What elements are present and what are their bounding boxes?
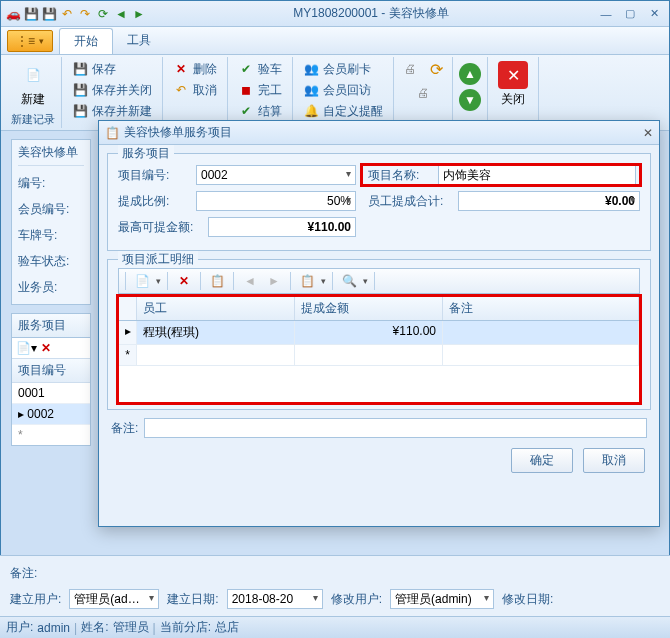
- status-bar: 用户:admin | 姓名:管理员 | 当前分店:总店: [0, 616, 670, 638]
- col-amt: 提成金额: [295, 297, 443, 320]
- cu-label: 建立用户:: [10, 591, 61, 608]
- member-label: 会员编号:: [18, 201, 74, 218]
- col-rem: 备注: [443, 297, 639, 320]
- svc-legend: 服务项目: [118, 145, 174, 162]
- save-new-button[interactable]: 💾保存并新建: [68, 101, 156, 121]
- close-icon: ✕: [498, 61, 528, 89]
- next-icon[interactable]: ►: [131, 6, 147, 22]
- mu-field[interactable]: 管理员(admin): [390, 589, 494, 609]
- print-icon[interactable]: 🖨: [400, 59, 420, 79]
- proj-name-field[interactable]: 内饰美容: [438, 165, 636, 185]
- proj-name-label: 项目名称:: [368, 167, 432, 184]
- visit-icon: 👥: [303, 82, 319, 98]
- tab-start[interactable]: 开始: [59, 28, 113, 54]
- refresh-icon[interactable]: ⟳: [426, 59, 446, 79]
- save-icon[interactable]: 💾: [23, 6, 39, 22]
- delete-row-icon[interactable]: ✕: [174, 271, 194, 291]
- bz-label: 备注:: [111, 420, 138, 437]
- refresh-icon[interactable]: ⟳: [95, 6, 111, 22]
- bell-icon: 🔔: [303, 103, 319, 119]
- member-card-button[interactable]: 👥会员刷卡: [299, 59, 387, 79]
- finish-icon: ◼: [238, 82, 254, 98]
- bz-label: 备注:: [10, 565, 37, 582]
- dialog-close-icon[interactable]: ✕: [643, 126, 653, 140]
- service-item-dialog: 📋 美容快修单服务项目 ✕ 服务项目 项目编号: 0002 项目名称: 内饰美容…: [98, 120, 660, 527]
- save-button[interactable]: 💾保存: [68, 59, 156, 79]
- search-icon[interactable]: 🔍: [339, 271, 359, 291]
- settle-button[interactable]: ✔结算: [234, 101, 286, 121]
- table-row[interactable]: ▸ 程琪(程琪) ¥110.00: [119, 321, 639, 345]
- cancel-button[interactable]: 取消: [583, 448, 645, 473]
- dialog-icon: 📋: [105, 126, 120, 140]
- finish-button[interactable]: ◼完工: [234, 80, 286, 100]
- inspect-button[interactable]: ✔验车: [234, 59, 286, 79]
- delete-button[interactable]: ✕删除: [169, 59, 221, 79]
- ok-button[interactable]: 确定: [511, 448, 573, 473]
- redo-icon[interactable]: ↷: [77, 6, 93, 22]
- window-title: MY1808200001 - 美容快修单: [147, 5, 595, 22]
- cd-label: 建立日期:: [167, 591, 218, 608]
- maximize-icon[interactable]: ▢: [619, 6, 641, 22]
- group-new-label: 新建记录: [11, 112, 55, 127]
- prev-icon[interactable]: ◄: [113, 6, 129, 22]
- plate-label: 车牌号:: [18, 227, 74, 244]
- new-button[interactable]: 📄 新建: [13, 59, 53, 110]
- preview-icon[interactable]: 🖨: [413, 83, 433, 103]
- new-row-icon[interactable]: 📄▾: [16, 341, 37, 355]
- undo-icon[interactable]: ↶: [59, 6, 75, 22]
- settle-icon: ✔: [238, 103, 254, 119]
- emp-total-field[interactable]: ¥0.00: [458, 191, 640, 211]
- check-icon: ✔: [238, 61, 254, 77]
- detail-legend: 项目派工明细: [118, 251, 198, 268]
- member-visit-button[interactable]: 👥会员回访: [299, 80, 387, 100]
- bz-field[interactable]: [144, 418, 647, 438]
- copy-icon[interactable]: 📋: [207, 271, 227, 291]
- list-item[interactable]: 0001: [12, 383, 90, 404]
- paste-icon[interactable]: 📋: [297, 271, 317, 291]
- detail-toolbar: 📄▾ ✕ 📋 ◄ ► 📋▾ 🔍▾: [118, 268, 640, 294]
- biz-label: 业务员:: [18, 279, 74, 296]
- save-close-icon[interactable]: 💾: [41, 6, 57, 22]
- cancel-button[interactable]: ↶取消: [169, 80, 221, 100]
- list-item[interactable]: ▸ 0002: [12, 404, 90, 425]
- max-label: 最高可提金额:: [118, 219, 202, 236]
- nav-next-icon[interactable]: ►: [264, 271, 284, 291]
- del-row-icon[interactable]: ✕: [41, 341, 51, 355]
- app-icon: 🚗: [5, 6, 21, 22]
- custom-remind-button[interactable]: 🔔自定义提醒: [299, 101, 387, 121]
- new-icon: 📄: [17, 61, 49, 89]
- delete-icon: ✕: [173, 61, 189, 77]
- emp-total-label: 员工提成合计:: [368, 193, 452, 210]
- panel-title: 美容快修单: [18, 144, 84, 166]
- close-button[interactable]: ✕ 关闭: [494, 59, 532, 110]
- rate-label: 提成比例:: [118, 193, 190, 210]
- cu-field[interactable]: 管理员(ad…: [69, 589, 159, 609]
- num-label: 编号:: [18, 175, 74, 192]
- max-field: ¥110.00: [208, 217, 356, 237]
- table-row-new[interactable]: *: [119, 345, 639, 366]
- menu-bar: ⋮≡▾ 开始 工具: [1, 27, 669, 55]
- rate-field[interactable]: 50%: [196, 191, 356, 211]
- detail-grid[interactable]: 员工 提成金额 备注 ▸ 程琪(程琪) ¥110.00 *: [118, 296, 640, 403]
- cd-field[interactable]: 2018-08-20: [227, 589, 323, 609]
- save-new-icon: 💾: [72, 103, 88, 119]
- inspect-label: 验车状态:: [18, 253, 74, 270]
- close-icon[interactable]: ✕: [643, 6, 665, 22]
- minimize-icon[interactable]: —: [595, 6, 617, 22]
- proj-num-label: 项目编号:: [118, 167, 190, 184]
- card-icon: 👥: [303, 61, 319, 77]
- list-item-new[interactable]: *: [12, 425, 90, 445]
- file-menu-button[interactable]: ⋮≡▾: [7, 30, 53, 52]
- main-titlebar: 🚗 💾 💾 ↶ ↷ ⟳ ◄ ► MY1808200001 - 美容快修单 — ▢…: [1, 1, 669, 27]
- new-row-icon[interactable]: 📄: [132, 271, 152, 291]
- proj-num-field[interactable]: 0002: [196, 165, 356, 185]
- save-close-button[interactable]: 💾保存并关闭: [68, 80, 156, 100]
- up-icon[interactable]: ▲: [459, 63, 481, 85]
- down-icon[interactable]: ▼: [459, 89, 481, 111]
- col-proj-num: 项目编号: [12, 359, 90, 383]
- nav-prev-icon[interactable]: ◄: [240, 271, 260, 291]
- mu-label: 修改用户:: [331, 591, 382, 608]
- tab-tools[interactable]: 工具: [113, 28, 165, 53]
- svc-tab[interactable]: 服务项目: [12, 314, 90, 338]
- save-icon: 💾: [72, 61, 88, 77]
